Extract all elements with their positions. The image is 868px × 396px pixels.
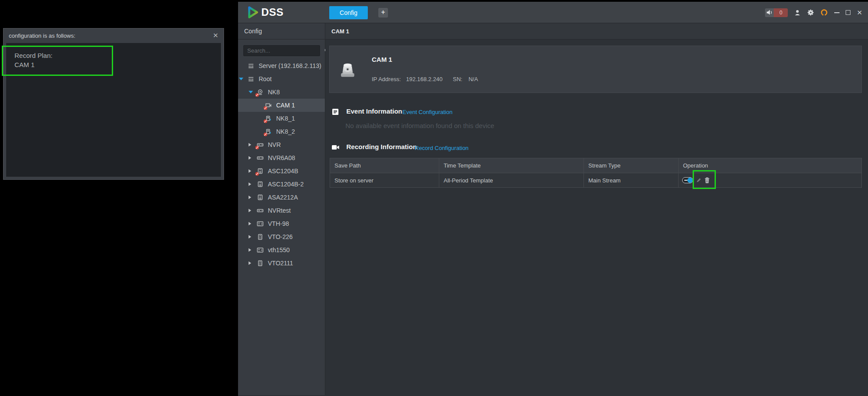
delete-trash-icon[interactable] — [704, 177, 710, 183]
expander-collapsed-icon[interactable] — [249, 143, 251, 146]
vto-icon — [257, 260, 264, 267]
asc-icon — [257, 181, 264, 188]
network-status-icon[interactable] — [821, 9, 828, 16]
dome-icon — [257, 89, 264, 96]
server-icon — [248, 63, 255, 69]
device-image-icon — [339, 61, 356, 82]
cell-save-path: Store on server — [330, 173, 439, 187]
tree-item-vth-98[interactable]: VTH-98 — [238, 217, 325, 230]
tree-item-label: ASC1204B — [268, 168, 298, 175]
event-info-icon — [332, 109, 338, 115]
tree-item-nk8-2[interactable]: NK8_2 — [238, 125, 325, 138]
settings-gear-icon[interactable] — [807, 9, 815, 16]
tree-item-label: VTO-226 — [268, 233, 293, 240]
vth-icon — [257, 221, 264, 227]
expander-collapsed-icon[interactable] — [249, 182, 251, 186]
tree-item-vth1550[interactable]: vth1550 — [238, 243, 325, 257]
recording-info-icon — [332, 145, 339, 150]
tree-item-asc1204b[interactable]: ASC1204B — [238, 164, 325, 178]
ip-value: 192.168.2.240 — [406, 76, 442, 82]
tree-item-label: NVRtest — [268, 207, 291, 214]
offline-badge-icon — [255, 93, 259, 97]
recording-table-row: Store on server All-Period Template Main… — [330, 173, 861, 187]
recording-table: Save Path Time Template Stream Type Oper… — [330, 158, 862, 188]
expander-collapsed-icon[interactable] — [249, 248, 251, 252]
sub-header-row: Config CAM 1 — [238, 23, 868, 39]
offline-badge-icon — [263, 106, 267, 110]
device-tree: Server (192.168.2.113)RootNK8CAM 1NK8_1N… — [238, 59, 325, 270]
recording-info-title: Recording Information — [346, 143, 417, 150]
header-stream-type: Stream Type — [584, 158, 679, 173]
tree-item-nvr[interactable]: NVR — [238, 138, 325, 151]
expander-collapsed-icon[interactable] — [249, 261, 251, 265]
tree-item-vto-226[interactable]: VTO-226 — [238, 230, 325, 243]
alarm-sound-widget[interactable]: 0 — [765, 8, 788, 17]
device-ip-row: IP Address:192.168.2.240 — [372, 76, 635, 82]
tree-item-nk8[interactable]: NK8 — [238, 86, 325, 99]
alarm-count-badge: 0 — [774, 8, 788, 17]
cell-time-template: All-Period Template — [439, 173, 584, 187]
close-button[interactable]: ✕ — [857, 9, 862, 17]
sn-label: SN: — [453, 76, 462, 82]
record-configuration-link[interactable]: Record Configuration — [415, 145, 469, 151]
dialog-title: configuration is as follows: — [9, 32, 75, 39]
breadcrumb: CAM 1 — [325, 23, 868, 39]
tree-item-root[interactable]: Root — [238, 72, 325, 86]
record-plan-camera: CAM 1 — [14, 60, 53, 69]
dialog-record-plan-text: Record Plan: CAM 1 — [14, 51, 53, 69]
alarm-icon — [265, 128, 272, 135]
cell-operation — [679, 173, 861, 187]
tree-item-label: Root — [259, 75, 272, 82]
tab-config[interactable]: Config — [329, 6, 368, 19]
expander-collapsed-icon[interactable] — [249, 196, 251, 199]
record-enable-toggle[interactable] — [682, 177, 693, 183]
offline-badge-icon — [255, 146, 259, 150]
expander-expanded-icon[interactable] — [249, 91, 253, 93]
tree-item-asa2212a[interactable]: ASA2212A — [238, 191, 325, 204]
expander-collapsed-icon[interactable] — [249, 169, 251, 173]
alarm-icon — [265, 115, 272, 122]
search-input[interactable] — [247, 47, 324, 54]
vth-icon — [257, 247, 264, 253]
maximize-button[interactable] — [846, 10, 850, 15]
tree-item-label: ASA2212A — [268, 194, 298, 201]
expander-collapsed-icon[interactable] — [249, 156, 251, 160]
expander-expanded-icon[interactable] — [239, 78, 243, 80]
tree-item-cam-1[interactable]: CAM 1 — [238, 99, 325, 112]
tree-item-nvrtest[interactable]: NVRtest — [238, 204, 325, 217]
tree-item-vto2111[interactable]: VTO2111 — [238, 257, 325, 270]
tree-item-label: NK8_1 — [276, 115, 295, 122]
expander-collapsed-icon[interactable] — [249, 222, 251, 225]
edit-pencil-icon[interactable] — [696, 178, 701, 183]
app-title: DSS — [261, 6, 284, 18]
tree-item-label: VTO2111 — [268, 260, 293, 267]
tree-item-label: CAM 1 — [276, 102, 295, 109]
expander-collapsed-icon[interactable] — [249, 235, 251, 239]
search-box[interactable] — [243, 45, 320, 56]
nvr-icon — [257, 155, 264, 161]
device-sidebar: Server (192.168.2.113)RootNK8CAM 1NK8_1N… — [238, 39, 325, 395]
event-configuration-link[interactable]: Event Configuration — [402, 109, 452, 115]
expander-collapsed-icon[interactable] — [249, 209, 251, 212]
header-save-path: Save Path — [330, 158, 439, 173]
dialog-close-icon[interactable]: ✕ — [213, 32, 218, 39]
record-plan-line: Record Plan: — [14, 51, 53, 60]
user-icon[interactable] — [794, 9, 801, 16]
tree-item-nk8-1[interactable]: NK8_1 — [238, 112, 325, 125]
recording-table-header: Save Path Time Template Stream Type Oper… — [330, 158, 861, 173]
tree-item-server-192-168-2-113[interactable]: Server (192.168.2.113) — [238, 59, 325, 72]
dss-logo-icon — [246, 6, 259, 19]
minimize-button[interactable] — [834, 12, 840, 13]
add-tab-button[interactable]: + — [378, 8, 388, 18]
device-sn-row: SN:N/A — [453, 76, 478, 82]
tree-item-asc1204b-2[interactable]: ASC1204B-2 — [238, 178, 325, 191]
dss-logo: DSS — [246, 6, 284, 19]
offline-badge-icon — [263, 132, 267, 136]
tree-item-nvr6a08[interactable]: NVR6A08 — [238, 151, 325, 164]
configuration-dialog: configuration is as follows: ✕ Record Pl… — [3, 28, 224, 180]
dss-window: DSS Config + 0 ✕ Config — [238, 2, 868, 396]
tree-item-label: vth1550 — [268, 246, 290, 253]
tree-item-label: NK8 — [268, 89, 280, 96]
titlebar: DSS Config + 0 ✕ — [238, 2, 868, 23]
device-name: CAM 1 — [372, 56, 392, 63]
